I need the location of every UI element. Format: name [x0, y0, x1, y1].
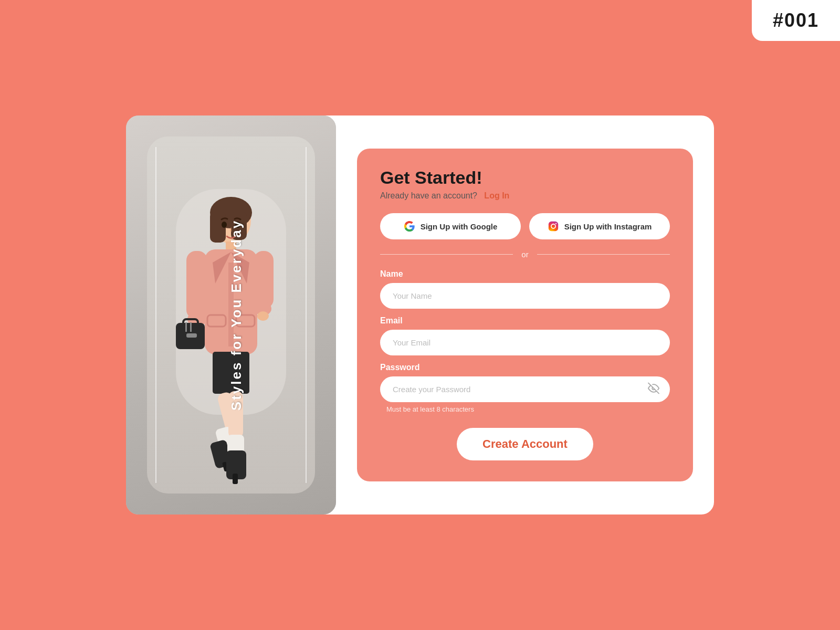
svg-point-16: [257, 311, 269, 321]
social-buttons-row: Sign Up with Google: [380, 213, 670, 239]
svg-rect-21: [186, 333, 197, 338]
instagram-signup-label: Sign Up with Instagram: [564, 222, 652, 231]
svg-rect-14: [254, 251, 274, 309]
subtitle-static: Already have an account?: [380, 191, 477, 200]
email-label: Email: [380, 316, 670, 326]
email-input[interactable]: [380, 330, 670, 355]
create-account-button[interactable]: Create Account: [457, 428, 593, 460]
main-card: Styles for You Everyday Get Started! Alr…: [126, 116, 714, 514]
instagram-icon: [548, 220, 559, 232]
divider-line-left: [380, 254, 513, 255]
left-panel-tagline: Styles for You Everyday: [228, 219, 245, 411]
password-label: Password: [380, 363, 670, 372]
form-subtitle: Already have an account? Log In: [380, 191, 670, 201]
name-input[interactable]: [380, 283, 670, 309]
divider-line-right: [537, 254, 670, 255]
toggle-password-icon[interactable]: [648, 382, 659, 396]
google-signup-label: Sign Up with Google: [421, 222, 498, 231]
password-hint: Must be at least 8 characters: [386, 405, 670, 413]
form-container: Get Started! Already have an account? Lo…: [357, 149, 693, 481]
svg-point-37: [555, 223, 556, 224]
divider: or: [380, 250, 670, 259]
divider-text: or: [521, 250, 528, 259]
form-title: Get Started!: [380, 167, 670, 188]
google-signup-button[interactable]: Sign Up with Google: [380, 213, 521, 239]
decoration-line-right: [306, 147, 307, 483]
password-wrapper: [380, 376, 670, 402]
name-label: Name: [380, 269, 670, 279]
svg-rect-30: [233, 474, 238, 484]
svg-rect-11: [186, 251, 207, 319]
eye-slash-svg: [648, 382, 659, 394]
password-input[interactable]: [380, 376, 670, 402]
svg-rect-19: [185, 322, 187, 332]
left-panel: Styles for You Everyday: [126, 116, 336, 514]
svg-point-33: [222, 222, 227, 228]
instagram-signup-button[interactable]: Sign Up with Instagram: [529, 213, 670, 239]
login-link[interactable]: Log In: [484, 191, 509, 200]
badge: #001: [752, 0, 840, 41]
svg-rect-20: [190, 322, 192, 332]
decoration-line-left: [155, 147, 156, 483]
svg-rect-35: [548, 222, 558, 231]
google-icon: [404, 220, 415, 232]
right-panel: Get Started! Already have an account? Lo…: [336, 116, 714, 514]
